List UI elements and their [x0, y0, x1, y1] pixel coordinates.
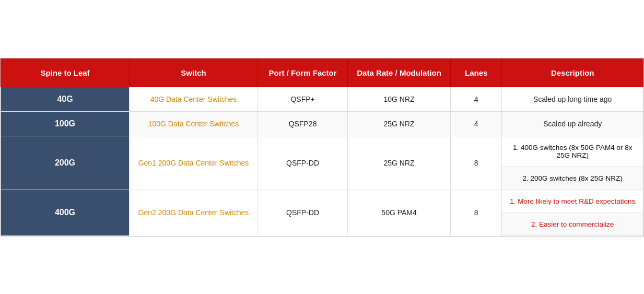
header-row: Spine to Leaf Switch Port / Form Factor … — [1, 58, 643, 87]
data-rate-cell: 25G NRZ — [348, 136, 451, 190]
desc-sub-2: 2. 200G switches (8x 25G NRZ) — [502, 167, 643, 190]
port-cell: QSFP-DD — [258, 136, 348, 190]
table-body: 40G 40G Data Center Switches QSFP+ 10G N… — [1, 87, 643, 236]
spine-cell: 100G — [1, 111, 130, 136]
header-switch: Switch — [130, 58, 258, 87]
switch-cell: 100G Data Center Switches — [130, 111, 258, 136]
table-row: 100G 100G Data Center Switches QSFP28 25… — [1, 111, 643, 136]
table-row: 400G Gen2 200G Data Center Switches QSFP… — [1, 190, 643, 213]
header-port: Port / Form Factor — [258, 58, 348, 87]
desc-cell: Scaled up long time ago — [502, 87, 643, 111]
comparison-table: Spine to Leaf Switch Port / Form Factor … — [1, 58, 643, 236]
desc-sub-1: 1. 400G switches (8x 50G PAM4 or 8x 25G … — [502, 136, 643, 167]
header-spine: Spine to Leaf — [1, 58, 130, 87]
table-row: 40G 40G Data Center Switches QSFP+ 10G N… — [1, 87, 643, 111]
lanes-cell: 8 — [450, 136, 501, 190]
lanes-cell: 8 — [450, 190, 501, 236]
port-cell: QSFP28 — [258, 111, 348, 136]
header-data-rate: Data Rate / Modulation — [348, 58, 451, 87]
desc-sub-1: 1. More likely to meet R&D expectations — [502, 190, 643, 213]
spine-cell: 400G — [1, 190, 130, 236]
port-cell: QSFP+ — [258, 87, 348, 111]
header-description: Description — [502, 58, 643, 87]
table-row: 200G Gen1 200G Data Center Switches QSFP… — [1, 136, 643, 167]
data-rate-cell: 10G NRZ — [348, 87, 451, 111]
lanes-cell: 4 — [450, 87, 501, 111]
data-rate-cell: 25G NRZ — [348, 111, 451, 136]
port-cell: QSFP-DD — [258, 190, 348, 236]
spine-cell: 40G — [1, 87, 130, 111]
lanes-cell: 4 — [450, 111, 501, 136]
desc-sub-2: 2. Easier to commercialize — [502, 213, 643, 236]
header-lanes: Lanes — [450, 58, 501, 87]
switch-cell: Gen1 200G Data Center Switches — [130, 136, 258, 190]
switch-cell: 40G Data Center Switches — [130, 87, 258, 111]
main-table-wrapper: Spine to Leaf Switch Port / Form Factor … — [0, 58, 644, 237]
switch-cell: Gen2 200G Data Center Switches — [130, 190, 258, 236]
desc-cell: Scaled up already — [502, 111, 643, 136]
spine-cell: 200G — [1, 136, 130, 190]
data-rate-cell: 50G PAM4 — [348, 190, 451, 236]
